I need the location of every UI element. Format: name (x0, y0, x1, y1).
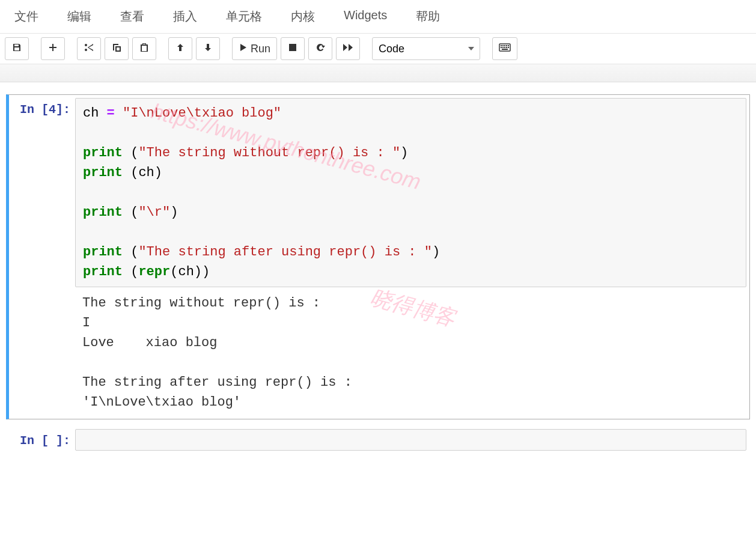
svg-rect-10 (506, 47, 507, 48)
menu-cell[interactable]: 单元格 (212, 2, 276, 31)
menu-file[interactable]: 文件 (0, 2, 53, 31)
paste-button[interactable] (132, 37, 156, 60)
code-input[interactable] (75, 429, 746, 451)
menu-help[interactable]: 帮助 (401, 2, 454, 31)
save-icon (12, 43, 22, 55)
play-icon (239, 43, 247, 55)
save-button[interactable] (5, 37, 29, 60)
svg-rect-9 (504, 47, 505, 48)
svg-rect-7 (501, 47, 502, 48)
menu-insert[interactable]: 插入 (159, 2, 212, 31)
code-cell[interactable]: https://www.pythonthree.com 晓得博客 In [4]:… (6, 94, 750, 419)
copy-button[interactable] (105, 37, 129, 60)
insert-below-button[interactable] (41, 37, 65, 60)
interrupt-button[interactable] (281, 37, 305, 60)
scissors-icon (84, 43, 94, 55)
menu-kernel[interactable]: 内核 (276, 2, 329, 31)
cell-type-select-wrap: Code (372, 37, 480, 60)
paste-icon (139, 43, 149, 55)
svg-rect-11 (508, 47, 509, 48)
stop-icon (288, 43, 297, 54)
svg-rect-6 (508, 45, 509, 46)
plus-icon (48, 43, 58, 55)
svg-rect-2 (501, 45, 502, 46)
move-up-button[interactable] (168, 37, 192, 60)
notebook-container: https://www.pythonthree.com 晓得博客 In [4]:… (0, 82, 756, 472)
header-spacer (0, 64, 756, 82)
move-down-button[interactable] (196, 37, 220, 60)
run-button[interactable]: Run (232, 37, 277, 60)
menubar: 文件 编辑 查看 插入 单元格 内核 Widgets 帮助 (0, 0, 756, 34)
svg-rect-3 (502, 45, 504, 46)
run-label: Run (251, 43, 270, 55)
cut-button[interactable] (77, 37, 101, 60)
code-cell-empty[interactable]: In [ ]: (6, 425, 750, 454)
cell-body (75, 429, 746, 451)
copy-icon (112, 43, 121, 55)
toolbar: Run Code (0, 34, 756, 64)
svg-rect-4 (504, 45, 505, 46)
code-input[interactable]: ch = "I\nLove\txiao blog" print ("The st… (75, 98, 746, 287)
refresh-icon (316, 43, 325, 55)
svg-rect-12 (502, 49, 508, 50)
arrow-up-icon (176, 43, 184, 55)
fast-forward-icon (343, 43, 353, 54)
menu-view[interactable]: 查看 (106, 2, 159, 31)
cell-body: ch = "I\nLove\txiao blog" print ("The st… (75, 98, 746, 416)
cell-output: The string without repr() is : I Love xi… (75, 287, 746, 416)
svg-rect-5 (506, 45, 507, 46)
arrow-down-icon (204, 43, 212, 55)
input-prompt: In [4]: (9, 98, 75, 416)
cell-type-select[interactable]: Code (372, 37, 480, 60)
keyboard-icon (499, 43, 511, 54)
restart-button[interactable] (308, 37, 332, 60)
svg-rect-0 (289, 44, 296, 51)
svg-rect-8 (502, 47, 504, 48)
menu-edit[interactable]: 编辑 (53, 2, 106, 31)
command-palette-button[interactable] (492, 37, 517, 60)
restart-run-all-button[interactable] (336, 37, 360, 60)
input-prompt: In [ ]: (9, 429, 75, 451)
menu-widgets[interactable]: Widgets (329, 2, 401, 31)
